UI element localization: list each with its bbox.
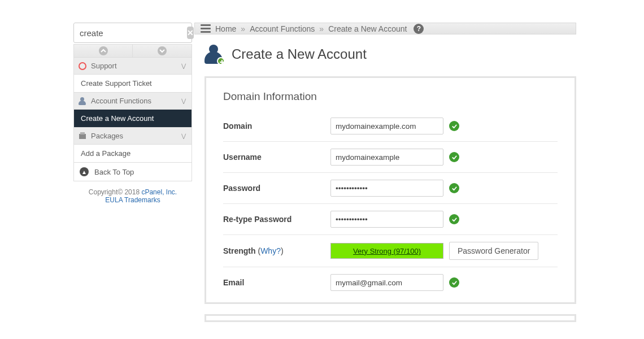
valid-icon bbox=[449, 277, 459, 288]
eula-link[interactable]: EULA bbox=[105, 196, 123, 204]
expand-all-button[interactable] bbox=[133, 45, 192, 57]
email-input[interactable] bbox=[330, 274, 443, 291]
page-body: Create a New Account Domain Information … bbox=[194, 34, 576, 322]
chevron-down-icon bbox=[158, 46, 167, 55]
company-link[interactable]: cPanel, Inc. bbox=[141, 188, 177, 196]
chevron-down-icon: ⋁ bbox=[181, 98, 186, 104]
clear-search-icon[interactable]: ✕ bbox=[187, 27, 194, 39]
field-label: Strength (Why?) bbox=[223, 246, 330, 255]
sidebar-group-label: Packages bbox=[91, 132, 123, 140]
field-label: Domain bbox=[223, 121, 330, 131]
breadcrumb-bar: Home » Account Functions » Create a New … bbox=[194, 23, 576, 34]
sidebar-item-create-support-ticket[interactable]: Create Support Ticket bbox=[73, 75, 192, 93]
support-icon bbox=[79, 62, 86, 70]
back-to-top-button[interactable]: ▲ Back To Top bbox=[73, 163, 192, 181]
add-user-icon bbox=[204, 45, 224, 64]
sidebar-group-packages[interactable]: Packages ⋁ bbox=[73, 128, 192, 145]
search-input[interactable] bbox=[80, 28, 187, 38]
sidebar-item-create-new-account[interactable]: Create a New Account bbox=[73, 110, 192, 128]
valid-icon bbox=[449, 152, 459, 162]
valid-icon bbox=[449, 183, 459, 193]
user-icon bbox=[79, 97, 86, 105]
sidebar-group-account-functions[interactable]: Account Functions ⋁ bbox=[73, 93, 192, 110]
valid-icon bbox=[449, 121, 459, 131]
field-label: Username bbox=[223, 153, 330, 162]
field-row-password: Password bbox=[223, 173, 558, 204]
username-input[interactable] bbox=[330, 149, 443, 166]
collapse-all-button[interactable] bbox=[74, 45, 133, 57]
collapse-expand-row bbox=[73, 44, 192, 58]
chevron-down-icon: ⋁ bbox=[181, 133, 186, 139]
sidebar-item-add-package[interactable]: Add a Package bbox=[73, 145, 192, 163]
back-to-top-label: Back To Top bbox=[94, 168, 134, 176]
copyright-text: Copyright© 2018 bbox=[89, 188, 140, 196]
domain-information-panel: Domain Information Domain Username bbox=[204, 76, 576, 304]
help-icon[interactable]: ? bbox=[414, 24, 424, 34]
field-label: Email bbox=[223, 278, 330, 287]
field-label: Re-type Password bbox=[223, 215, 330, 224]
chevron-down-icon: ⋁ bbox=[181, 63, 186, 69]
password-generator-button[interactable]: Password Generator bbox=[449, 242, 538, 260]
valid-icon bbox=[449, 214, 459, 224]
trademarks-link[interactable]: Trademarks bbox=[124, 196, 160, 204]
breadcrumb-item[interactable]: Home bbox=[215, 24, 236, 33]
main: Home » Account Functions » Create a New … bbox=[194, 23, 576, 322]
strength-why-link[interactable]: Why? bbox=[260, 246, 281, 255]
field-row-domain: Domain bbox=[223, 111, 558, 142]
sidebar-group-support[interactable]: Support ⋁ bbox=[73, 58, 192, 75]
arrow-up-icon: ▲ bbox=[80, 167, 89, 176]
sidebar-group-label: Account Functions bbox=[91, 97, 151, 105]
breadcrumb-separator: » bbox=[319, 24, 324, 33]
panel-title: Domain Information bbox=[223, 90, 558, 103]
sidebar-footer: Copyright© 2018 cPanel, Inc. EULA Tradem… bbox=[73, 181, 192, 211]
page-title: Create a New Account bbox=[232, 46, 367, 62]
breadcrumb-item: Create a New Account bbox=[328, 24, 407, 33]
field-row-email: Email bbox=[223, 267, 558, 298]
next-panel-peek bbox=[204, 314, 576, 322]
chevron-up-icon bbox=[99, 46, 108, 55]
sidebar: ✕ Support ⋁ Create Support bbox=[73, 23, 192, 322]
page-title-row: Create a New Account bbox=[204, 45, 576, 64]
field-row-username: Username bbox=[223, 142, 558, 173]
field-row-strength: Strength (Why?) Very Strong (97/100) Pas… bbox=[223, 235, 558, 267]
password-strength-meter: Very Strong (97/100) bbox=[330, 243, 443, 259]
menu-icon[interactable] bbox=[201, 24, 211, 33]
package-icon bbox=[79, 132, 86, 140]
domain-input[interactable] bbox=[330, 118, 443, 134]
breadcrumb-separator: » bbox=[241, 24, 245, 33]
sidebar-group-label: Support bbox=[91, 62, 117, 70]
sidebar-search: ✕ bbox=[73, 23, 192, 43]
breadcrumb-item[interactable]: Account Functions bbox=[250, 24, 315, 33]
retype-password-input[interactable] bbox=[330, 211, 443, 228]
field-label: Password bbox=[223, 184, 330, 193]
password-input[interactable] bbox=[330, 180, 443, 197]
field-row-retype-password: Re-type Password bbox=[223, 204, 558, 235]
